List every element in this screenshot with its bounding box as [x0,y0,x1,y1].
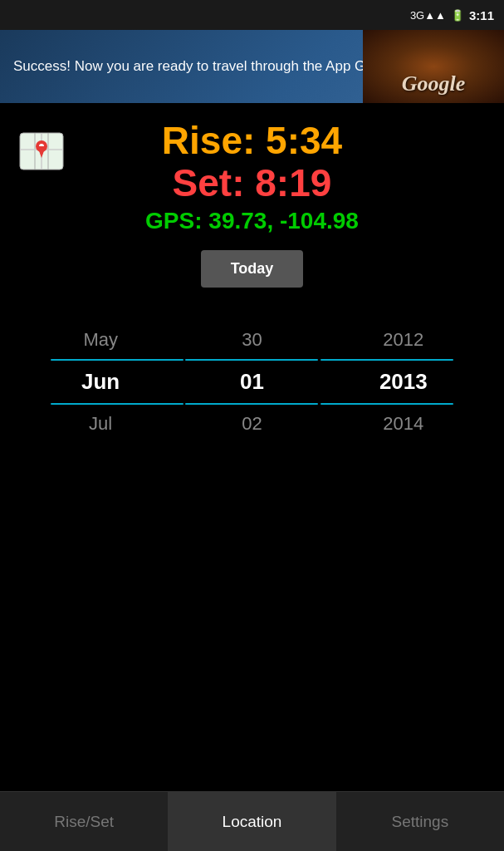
ad-google-logo[interactable]: Google [363,30,504,103]
tab-settings[interactable]: Settings [336,792,504,851]
date-picker: May 30 2012 Jun 01 2013 Jul 02 2014 [0,321,504,443]
month-next: Jul [34,413,167,435]
tab-location[interactable]: Location [168,792,335,851]
tab-rise-set[interactable]: Rise/Set [0,792,168,851]
date-row-selected[interactable]: Jun 01 2013 [0,361,504,403]
google-label: Google [402,71,466,96]
rise-time: Rise: 5:34 [162,120,342,162]
bottom-nav: Rise/Set Location Settings [0,791,504,851]
date-row-prev: May 30 2012 [0,321,504,359]
year-selected: 2013 [337,369,470,395]
day-prev: 30 [185,329,318,351]
year-next: 2014 [337,413,470,435]
ad-banner[interactable]: Success! Now you are ready to travel thr… [0,30,504,103]
year-prev: 2012 [337,329,470,351]
month-prev: May [34,329,167,351]
tab-rise-set-label: Rise/Set [54,813,114,831]
day-selected: 01 [185,369,318,395]
status-time: 3:11 [469,8,494,22]
date-row-next: Jul 02 2014 [0,405,504,443]
month-selected: Jun [34,369,167,395]
day-next: 02 [185,413,318,435]
gps-coordinates: GPS: 39.73, -104.98 [145,207,359,235]
tab-location-label: Location [223,813,282,831]
info-row: Rise: 5:34 Set: 8:19 GPS: 39.73, -104.98 [0,120,504,235]
main-content: Rise: 5:34 Set: 8:19 GPS: 39.73, -104.98… [0,103,504,451]
today-button[interactable]: Today [201,250,304,288]
times-container: Rise: 5:34 Set: 8:19 GPS: 39.73, -104.98 [145,120,359,235]
battery-icon: 🔋 [451,9,464,22]
signal-icon: 3G▲▲ [410,9,446,22]
status-bar: 3G▲▲ 🔋 3:11 [0,0,504,30]
map-icon [17,126,66,176]
set-time: Set: 8:19 [173,162,332,204]
tab-settings-label: Settings [391,813,448,831]
